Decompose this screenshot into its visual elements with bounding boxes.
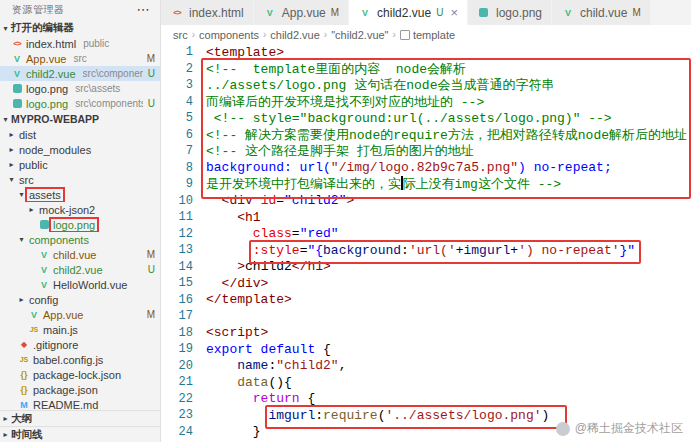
tree-item-App.vue[interactable]: VApp.vueM xyxy=(0,307,160,322)
tree-item-src[interactable]: ▾src xyxy=(0,172,160,187)
breadcrumb-item[interactable]: child2.vue xyxy=(270,29,320,41)
line-number[interactable]: 19 xyxy=(161,342,206,356)
tree-item-node_modules[interactable]: ▸node_modules xyxy=(0,142,160,157)
open-editor-App.vue[interactable]: VApp.vuesrcM xyxy=(0,51,160,66)
code-text: :style="{background:'url('+imgurl+') no-… xyxy=(206,243,635,258)
tab-index.html[interactable]: <>index.html xyxy=(161,0,254,25)
line-number[interactable]: 12 xyxy=(161,227,206,241)
tree-item-README.md[interactable]: MREADME.md xyxy=(0,397,160,410)
code-line-17[interactable]: 17 xyxy=(161,308,691,325)
tree-item-components[interactable]: ▾components xyxy=(0,232,160,247)
code-line-9[interactable]: 9是开发环境中打包编译出来的，实际上没有img这个文件 --> xyxy=(161,176,691,193)
chevron-right-icon[interactable]: ▸ xyxy=(16,295,27,304)
line-number[interactable]: 3 xyxy=(161,78,206,92)
line-number[interactable]: 16 xyxy=(161,293,206,307)
line-number[interactable]: 11 xyxy=(161,210,206,224)
tree-item-dist[interactable]: ▸dist xyxy=(0,127,160,142)
code-line-22[interactable]: 22 return { xyxy=(161,391,691,408)
breadcrumb-item[interactable]: components xyxy=(199,29,259,41)
breadcrumb-item[interactable]: "child2.vue" xyxy=(331,29,388,41)
js-file-icon: JS xyxy=(17,353,31,367)
tab-child2.vue[interactable]: Vchild2.vueU× xyxy=(349,0,468,25)
line-number[interactable]: 6 xyxy=(161,128,206,142)
code-line-7[interactable]: 7<!-- 这个路径是脚手架 打包后的图片的地址 xyxy=(161,143,691,160)
line-number[interactable]: 21 xyxy=(161,375,206,389)
line-number[interactable]: 18 xyxy=(161,326,206,340)
line-number[interactable]: 24 xyxy=(161,425,206,439)
chevron-down-icon[interactable]: ▾ xyxy=(6,175,17,184)
tree-item-mock-json2[interactable]: ▸mock-json2 xyxy=(0,202,160,217)
breadcrumb-item[interactable]: src xyxy=(173,29,188,41)
line-number[interactable]: 2 xyxy=(161,62,206,76)
line-number[interactable]: 15 xyxy=(161,276,206,290)
code-line-3[interactable]: 3../assets/logo.png 这句话在node会当成普通的字符串 xyxy=(161,77,691,94)
code-line-16[interactable]: 16</template> xyxy=(161,292,691,309)
project-header[interactable]: ▾ MYPRO-WEBAPP xyxy=(0,111,160,127)
code-line-20[interactable]: 20 name:"child2", xyxy=(161,358,691,375)
line-number[interactable]: 23 xyxy=(161,408,206,422)
code-line-2[interactable]: 2<!-- template里面的内容 node会解析 xyxy=(161,61,691,78)
line-number[interactable]: 1 xyxy=(161,45,206,59)
code-line-12[interactable]: 12 class="red" xyxy=(161,226,691,243)
open-editor-logo.png[interactable]: logo.pngsrc\componentsU xyxy=(0,96,160,111)
code-text: 而编译后的开发环境是找不到对应的地址的 --> xyxy=(206,93,484,111)
tree-item-package.json[interactable]: {}package.json xyxy=(0,382,160,397)
tree-item-.gitignore[interactable]: ◆.gitignore xyxy=(0,337,160,352)
code-line-18[interactable]: 18<script> xyxy=(161,325,691,342)
line-number[interactable]: 20 xyxy=(161,359,206,373)
tree-item-HelloWorld.vue[interactable]: VHelloWorld.vue xyxy=(0,277,160,292)
line-number[interactable]: 5 xyxy=(161,111,206,125)
tree-item-child.vue[interactable]: Vchild.vueM xyxy=(0,247,160,262)
line-number[interactable]: 17 xyxy=(161,309,206,323)
tree-item-logo.png[interactable]: logo.png xyxy=(0,217,160,232)
more-actions-icon[interactable]: ⋯ xyxy=(137,5,151,15)
chevron-right-icon[interactable]: ▸ xyxy=(6,130,17,139)
line-number[interactable]: 4 xyxy=(161,95,206,109)
chevron-right-icon[interactable]: ▸ xyxy=(26,205,37,214)
tree-item-package-lock.json[interactable]: {}package-lock.json xyxy=(0,367,160,382)
tab-child.vue[interactable]: Vchild.vueM xyxy=(552,0,651,25)
line-number[interactable]: 22 xyxy=(161,392,206,406)
tree-item-child2.vue[interactable]: Vchild2.vueU xyxy=(0,262,160,277)
code-line-10[interactable]: 10 <div id="child2"> xyxy=(161,193,691,210)
breadcrumb-item[interactable]: template xyxy=(400,29,455,41)
code-line-21[interactable]: 21 data(){ xyxy=(161,374,691,391)
line-number[interactable]: 9 xyxy=(161,177,206,191)
tree-item-config[interactable]: ▸config xyxy=(0,292,160,307)
code-line-5[interactable]: 5 <!-- style="background:url(../assets/l… xyxy=(161,110,691,127)
tab-App.vue[interactable]: VApp.vueM xyxy=(254,0,349,25)
file-path: src\assets xyxy=(75,83,160,94)
chevron-right-icon[interactable]: ▸ xyxy=(6,160,17,169)
code-line-19[interactable]: 19export default { xyxy=(161,341,691,358)
open-editors-header[interactable]: ▾ 打开的编辑器 xyxy=(0,20,160,36)
code-line-6[interactable]: 6<!-- 解决方案需要使用node的require方法，把相对路径转成node… xyxy=(161,127,691,144)
line-number[interactable]: 7 xyxy=(161,144,206,158)
code-line-4[interactable]: 4而编译后的开发环境是找不到对应的地址的 --> xyxy=(161,94,691,111)
outline-header[interactable]: ▸ 大纲 xyxy=(0,410,160,426)
code-editor[interactable]: 1<template>2<!-- template里面的内容 node会解析3.… xyxy=(161,44,691,442)
timeline-header[interactable]: ▸ 时间线 xyxy=(0,426,160,442)
open-editor-index.html[interactable]: <>index.htmlpublic xyxy=(0,36,160,51)
tree-item-babel.config.js[interactable]: JSbabel.config.js xyxy=(0,352,160,367)
tree-item-assets[interactable]: ▾assets xyxy=(0,187,160,202)
code-line-14[interactable]: 14 >child2</h1> xyxy=(161,259,691,276)
tab-logo.png[interactable]: logo.png xyxy=(468,0,552,25)
code-line-15[interactable]: 15 </div> xyxy=(161,275,691,292)
code-line-11[interactable]: 11 <h1 xyxy=(161,209,691,226)
tab-bar: <>index.htmlVApp.vueMVchild2.vueU×logo.p… xyxy=(161,0,691,25)
chevron-down-icon[interactable]: ▾ xyxy=(16,190,27,199)
code-line-8[interactable]: 8background: url("/img/logo.82b9c7a5.png… xyxy=(161,160,691,177)
tree-item-main.js[interactable]: JSmain.js xyxy=(0,322,160,337)
line-number[interactable]: 14 xyxy=(161,260,206,274)
chevron-down-icon[interactable]: ▾ xyxy=(16,235,27,244)
close-icon[interactable]: × xyxy=(450,5,458,20)
line-number[interactable]: 13 xyxy=(161,243,206,257)
line-number[interactable]: 10 xyxy=(161,194,206,208)
code-line-13[interactable]: 13 :style="{background:'url('+imgurl+') … xyxy=(161,242,691,259)
chevron-right-icon[interactable]: ▸ xyxy=(6,145,17,154)
line-number[interactable]: 8 xyxy=(161,161,206,175)
tree-item-public[interactable]: ▸public xyxy=(0,157,160,172)
open-editor-logo.png[interactable]: logo.pngsrc\assets xyxy=(0,81,160,96)
code-line-1[interactable]: 1<template> xyxy=(161,44,691,61)
open-editor-child2.vue[interactable]: Vchild2.vuesrc\componentsU xyxy=(0,66,160,81)
